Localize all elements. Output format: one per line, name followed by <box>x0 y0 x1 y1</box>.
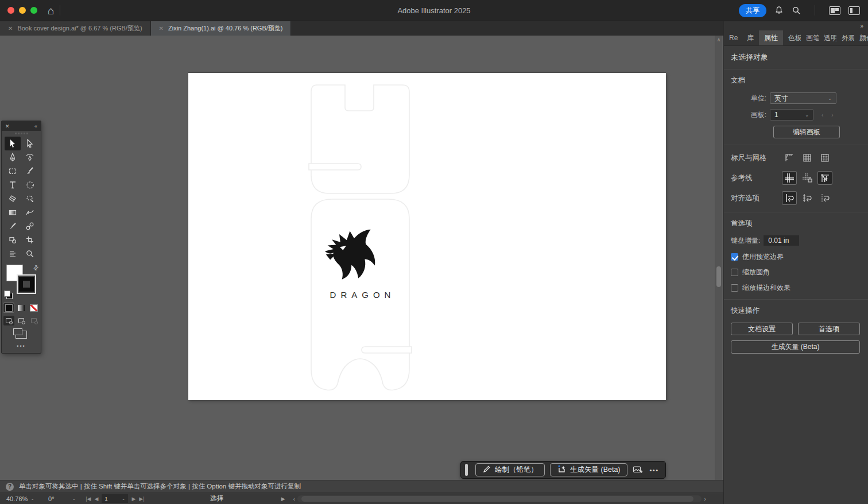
horizontal-scrollbar-track[interactable] <box>297 495 702 502</box>
search-icon[interactable] <box>792 6 801 15</box>
checkbox-icon[interactable] <box>731 269 738 276</box>
draw-normal-mode-icon[interactable] <box>3 316 14 325</box>
snap-to-pixel-icon[interactable] <box>818 192 832 204</box>
gradient-tool-icon[interactable] <box>5 206 21 219</box>
document-setup-button[interactable]: 文档设置 <box>731 323 793 335</box>
arrange-documents-icon[interactable] <box>829 6 840 15</box>
tools-panel-close-icon[interactable]: ✕ <box>5 123 10 129</box>
rotation-angle-select[interactable]: 0° ⌄ <box>45 494 79 503</box>
zoom-window-button[interactable] <box>30 7 37 14</box>
draw-inside-mode-icon[interactable] <box>29 316 40 325</box>
edit-toolbar-more-icon[interactable]: ••• <box>2 340 41 353</box>
previous-artboard-icon[interactable]: ◀ <box>95 496 99 502</box>
eraser-tool-icon[interactable] <box>5 192 21 206</box>
generate-vector-button[interactable]: 生成矢量 (Beta) <box>550 463 627 476</box>
tab-properties[interactable]: 属性 <box>759 30 783 45</box>
close-tab-icon[interactable]: ✕ <box>8 25 13 32</box>
artboard-tool-icon[interactable] <box>22 233 38 247</box>
horizontal-scrollbar[interactable]: ‹ › <box>291 495 708 502</box>
tab-swatches[interactable]: 色板 <box>783 30 801 45</box>
selection-tool-icon[interactable] <box>5 137 21 150</box>
rectangle-tool-icon[interactable] <box>5 164 21 178</box>
checkbox-icon[interactable] <box>731 284 738 292</box>
zoom-level-select[interactable]: 40.76% ⌄ <box>3 494 37 503</box>
draw-pencil-button[interactable]: 绘制（铅笔） <box>475 463 545 476</box>
rotate-tool-icon[interactable] <box>22 178 38 192</box>
close-tab-icon[interactable]: ✕ <box>159 25 164 32</box>
tools-panel-collapse-icon[interactable]: « <box>34 123 37 129</box>
last-artboard-icon[interactable]: ▶| <box>139 496 144 502</box>
artboard-number-select[interactable]: 1 ⌄ <box>102 494 128 503</box>
eyedropper-tool-icon[interactable] <box>5 219 21 233</box>
panel-overflow-icon[interactable]: » <box>860 23 863 29</box>
dragon-logo[interactable]: DRAGON <box>311 227 409 300</box>
previous-artboard-icon[interactable]: ‹ <box>822 112 823 118</box>
checkbox-checked-icon[interactable] <box>731 253 738 261</box>
scroll-left-icon[interactable]: ‹ <box>291 495 298 502</box>
use-preview-bounds-row[interactable]: 使用预览边界 <box>731 252 860 262</box>
gradient-button[interactable] <box>16 303 26 312</box>
first-artboard-icon[interactable]: |◀ <box>86 496 91 502</box>
tab-appearance[interactable]: 外观 <box>836 30 854 45</box>
home-icon[interactable]: ⌂ <box>48 5 54 16</box>
document-tab-inactive[interactable]: ✕ Book cover design.ai* @ 6.67 % (RGB/预览… <box>0 21 151 36</box>
artboard-select[interactable]: 1 ⌄ <box>770 109 813 121</box>
workspace-switcher-icon[interactable] <box>848 6 860 15</box>
logo-wordmark[interactable]: DRAGON <box>311 290 409 300</box>
show-pixel-grid-icon[interactable] <box>818 152 832 164</box>
canvas[interactable]: DRAGON ✕ « <box>0 36 723 480</box>
scale-strokes-effects-row[interactable]: 缩放描边和效果 <box>731 283 860 293</box>
tab-color[interactable]: 颜色 <box>854 30 868 45</box>
lasso-tool-icon[interactable] <box>22 192 38 206</box>
next-artboard-icon[interactable]: › <box>831 112 833 118</box>
curvature-tool-icon[interactable] <box>22 150 38 164</box>
snap-to-grid-icon[interactable] <box>800 192 814 204</box>
share-button[interactable]: 共享 <box>739 4 766 17</box>
pen-tool-icon[interactable] <box>5 150 21 164</box>
symbol-sprayer-tool-icon[interactable] <box>5 233 21 247</box>
edit-artboards-button[interactable]: 编辑画板 <box>773 126 840 138</box>
status-expand-icon[interactable]: ▶ <box>281 496 285 502</box>
paintbrush-tool-icon[interactable] <box>22 164 38 178</box>
artboard[interactable]: DRAGON <box>188 73 666 400</box>
minimize-window-button[interactable] <box>19 7 26 14</box>
show-guides-icon[interactable] <box>782 172 796 184</box>
tab-libraries[interactable]: 库 <box>742 30 759 45</box>
tab-brushes[interactable]: 画笔 <box>801 30 819 45</box>
scroll-up-icon[interactable]: ∧ <box>717 36 721 44</box>
paragraph-align-icon[interactable] <box>5 247 21 261</box>
draw-behind-mode-icon[interactable] <box>16 316 27 325</box>
default-fill-stroke-icon[interactable] <box>5 291 12 298</box>
vertical-scrollbar[interactable]: ∧ ∨ <box>715 36 722 480</box>
notifications-bell-icon[interactable] <box>774 6 784 15</box>
window-controls[interactable] <box>7 7 37 14</box>
generate-vector-quick-button[interactable]: 生成矢量 (Beta) <box>731 340 860 354</box>
keyboard-increment-input[interactable]: 0.01 in <box>764 235 799 246</box>
tools-panel-drag-handle[interactable] <box>2 131 41 136</box>
tab-transparency[interactable]: 透明度 <box>819 30 836 45</box>
scale-corners-row[interactable]: 缩放圆角 <box>731 267 860 277</box>
tools-panel[interactable]: ✕ « <box>1 121 41 354</box>
lock-guides-icon[interactable] <box>800 172 814 184</box>
tab-retype[interactable]: Re <box>724 30 742 45</box>
smart-guides-icon[interactable] <box>818 172 832 184</box>
swap-fill-stroke-icon[interactable]: ⇄ <box>32 263 41 273</box>
close-window-button[interactable] <box>7 7 14 14</box>
zoom-tool-icon[interactable] <box>22 247 38 261</box>
next-artboard-icon[interactable]: ▶ <box>131 496 135 502</box>
screen-mode-icon[interactable] <box>16 331 27 339</box>
contextual-task-bar[interactable]: 绘制（铅笔） 生成矢量 (Beta) ••• <box>460 461 666 479</box>
direct-selection-tool-icon[interactable] <box>22 137 38 150</box>
task-bar-more-icon[interactable]: ••• <box>648 467 661 474</box>
horizontal-scrollbar-thumb[interactable] <box>301 496 693 502</box>
show-rulers-icon[interactable] <box>782 152 796 164</box>
color-button[interactable] <box>3 303 14 312</box>
type-tool-icon[interactable] <box>5 178 21 192</box>
width-tool-icon[interactable] <box>22 206 38 219</box>
vertical-scrollbar-thumb[interactable] <box>716 266 721 287</box>
stroke-swatch[interactable] <box>17 274 36 294</box>
vertical-scrollbar-track[interactable] <box>715 44 722 480</box>
document-tab-active[interactable]: ✕ Zixin Zhang(1).ai @ 40.76 % (RGB/预览) <box>151 21 292 36</box>
preferences-button[interactable]: 首选项 <box>798 323 860 335</box>
blend-tool-icon[interactable] <box>22 219 38 233</box>
